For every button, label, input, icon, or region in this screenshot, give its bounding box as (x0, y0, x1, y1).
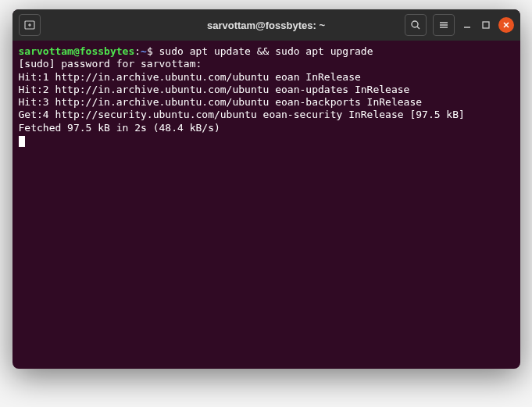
output-line: [sudo] password for sarvottam: (19, 58, 514, 70)
maximize-icon (481, 20, 491, 30)
svg-line-4 (417, 27, 420, 29)
titlebar-left (19, 14, 41, 36)
command-text: sudo apt update && sudo apt upgrade (159, 45, 373, 57)
prompt-path: ~ (141, 45, 147, 57)
close-button[interactable] (498, 17, 514, 33)
new-tab-icon (24, 20, 35, 30)
prompt-user-host: sarvottam@fossbytes (19, 45, 135, 57)
terminal-body[interactable]: sarvottam@fossbytes:~$ sudo apt update &… (12, 41, 520, 369)
terminal-window: sarvottam@fossbytes: ~ (12, 9, 520, 369)
svg-rect-9 (483, 22, 489, 28)
prompt-symbol: $ (147, 45, 153, 57)
titlebar: sarvottam@fossbytes: ~ (12, 9, 520, 41)
close-icon (502, 21, 510, 29)
output-line: Hit:2 http://in.archive.ubuntu.com/ubunt… (19, 84, 514, 96)
minimize-icon (462, 20, 472, 30)
menu-button[interactable] (433, 14, 455, 36)
prompt-line: sarvottam@fossbytes:~$ sudo apt update &… (19, 45, 514, 58)
svg-point-3 (412, 21, 418, 27)
cursor-line (19, 134, 514, 147)
search-button[interactable] (405, 14, 427, 36)
new-tab-button[interactable] (19, 14, 41, 36)
titlebar-right (405, 14, 514, 36)
hamburger-menu-icon (438, 20, 449, 30)
output-line: Hit:3 http://in.archive.ubuntu.com/ubunt… (19, 96, 514, 109)
output-line: Hit:1 http://in.archive.ubuntu.com/ubunt… (19, 71, 514, 84)
prompt-separator: : (134, 45, 141, 57)
minimize-button[interactable] (461, 19, 473, 31)
search-icon (410, 20, 421, 30)
cursor (19, 136, 25, 147)
maximize-button[interactable] (480, 19, 492, 31)
window-title: sarvottam@fossbytes: ~ (207, 20, 325, 31)
output-line: Get:4 http://security.ubuntu.com/ubuntu … (19, 109, 514, 121)
output-line: Fetched 97.5 kB in 2s (48.4 kB/s) (19, 122, 514, 134)
